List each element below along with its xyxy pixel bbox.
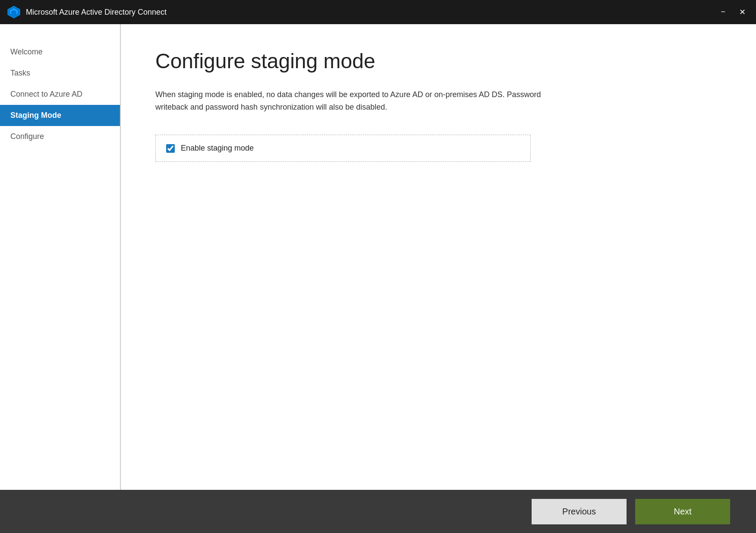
next-button[interactable]: Next [635,499,730,524]
app-logo-icon [7,5,21,19]
sidebar: Welcome Tasks Connect to Azure AD Stagin… [0,24,121,490]
content-area: Welcome Tasks Connect to Azure AD Stagin… [0,24,756,490]
app-window: Microsoft Azure Active Directory Connect… [0,0,756,533]
previous-button[interactable]: Previous [532,499,627,524]
close-button[interactable]: ✕ [736,6,749,19]
window-controls: − ✕ [717,6,749,19]
main-content: Configure staging mode When staging mode… [121,24,756,490]
page-title: Configure staging mode [155,50,721,73]
window-body: Welcome Tasks Connect to Azure AD Stagin… [0,24,756,533]
footer: Previous Next [0,490,756,533]
sidebar-item-staging-mode[interactable]: Staging Mode [0,105,120,126]
sidebar-item-connect-azure-ad[interactable]: Connect to Azure AD [0,84,120,105]
sidebar-item-welcome[interactable]: Welcome [0,41,120,63]
enable-staging-mode-label[interactable]: Enable staging mode [181,144,254,153]
sidebar-item-configure[interactable]: Configure [0,126,120,147]
minimize-button[interactable]: − [717,6,729,19]
page-description: When staging mode is enabled, no data ch… [155,88,544,114]
titlebar: Microsoft Azure Active Directory Connect… [0,0,756,24]
enable-staging-mode-checkbox[interactable] [166,144,175,153]
sidebar-item-tasks[interactable]: Tasks [0,63,120,84]
app-title: Microsoft Azure Active Directory Connect [26,8,717,17]
staging-mode-checkbox-container: Enable staging mode [155,135,531,162]
